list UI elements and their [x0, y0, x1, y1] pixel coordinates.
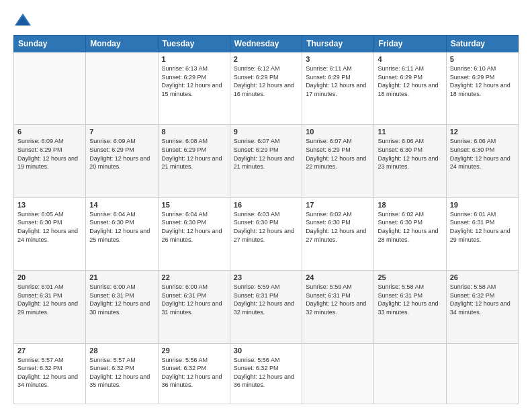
day-number: 10: [306, 128, 370, 136]
week-row-1: 6Sunrise: 6:09 AM Sunset: 6:29 PM Daylig…: [14, 125, 519, 197]
day-number: 24: [306, 273, 370, 281]
day-number: 20: [17, 273, 82, 281]
day-number: 9: [234, 128, 298, 136]
header-day-monday: Monday: [86, 36, 158, 52]
day-number: 13: [17, 201, 82, 209]
day-number: 8: [162, 128, 226, 136]
day-number: 25: [378, 273, 442, 281]
header-row: SundayMondayTuesdayWednesdayThursdayFrid…: [14, 36, 519, 52]
day-cell: 2Sunrise: 6:12 AM Sunset: 6:29 PM Daylig…: [230, 52, 302, 125]
day-cell: 16Sunrise: 6:03 AM Sunset: 6:30 PM Dayli…: [230, 197, 302, 270]
day-number: 16: [234, 201, 298, 209]
calendar-body: 1Sunrise: 6:13 AM Sunset: 6:29 PM Daylig…: [14, 52, 519, 404]
day-info: Sunrise: 6:01 AM Sunset: 6:31 PM Dayligh…: [17, 283, 82, 316]
header-day-saturday: Saturday: [446, 36, 518, 52]
day-info: Sunrise: 6:03 AM Sunset: 6:30 PM Dayligh…: [234, 210, 298, 244]
day-cell: 22Sunrise: 6:00 AM Sunset: 6:31 PM Dayli…: [158, 271, 230, 343]
day-cell: 27Sunrise: 5:57 AM Sunset: 6:32 PM Dayli…: [14, 343, 86, 404]
calendar-table: SundayMondayTuesdayWednesdayThursdayFrid…: [13, 35, 519, 404]
day-cell: 21Sunrise: 6:00 AM Sunset: 6:31 PM Dayli…: [86, 271, 158, 343]
day-info: Sunrise: 6:09 AM Sunset: 6:29 PM Dayligh…: [89, 137, 154, 171]
day-cell: 24Sunrise: 5:59 AM Sunset: 6:31 PM Dayli…: [302, 271, 374, 343]
day-info: Sunrise: 5:59 AM Sunset: 6:31 PM Dayligh…: [306, 283, 370, 316]
header-day-tuesday: Tuesday: [158, 36, 230, 52]
day-number: 18: [378, 201, 442, 209]
day-info: Sunrise: 5:58 AM Sunset: 6:31 PM Dayligh…: [378, 283, 442, 316]
header-day-wednesday: Wednesday: [230, 36, 302, 52]
day-cell: 26Sunrise: 5:58 AM Sunset: 6:32 PM Dayli…: [446, 271, 518, 343]
day-cell: 29Sunrise: 5:56 AM Sunset: 6:32 PM Dayli…: [158, 343, 230, 404]
day-number: 27: [17, 347, 82, 355]
day-info: Sunrise: 5:57 AM Sunset: 6:32 PM Dayligh…: [17, 356, 82, 390]
day-number: 21: [89, 273, 154, 281]
day-info: Sunrise: 6:00 AM Sunset: 6:31 PM Dayligh…: [162, 283, 226, 316]
week-row-0: 1Sunrise: 6:13 AM Sunset: 6:29 PM Daylig…: [14, 52, 519, 125]
day-cell: 19Sunrise: 6:01 AM Sunset: 6:31 PM Dayli…: [446, 197, 518, 270]
day-cell: 11Sunrise: 6:06 AM Sunset: 6:30 PM Dayli…: [374, 125, 446, 197]
day-cell: 18Sunrise: 6:02 AM Sunset: 6:30 PM Dayli…: [374, 197, 446, 270]
day-info: Sunrise: 6:10 AM Sunset: 6:29 PM Dayligh…: [450, 64, 515, 98]
day-cell: 13Sunrise: 6:05 AM Sunset: 6:30 PM Dayli…: [14, 197, 86, 270]
day-cell: [86, 52, 158, 125]
day-cell: [374, 343, 446, 404]
day-number: 1: [162, 55, 226, 63]
week-row-4: 27Sunrise: 5:57 AM Sunset: 6:32 PM Dayli…: [14, 343, 519, 404]
day-cell: [14, 52, 86, 125]
day-info: Sunrise: 5:57 AM Sunset: 6:32 PM Dayligh…: [89, 356, 154, 390]
day-cell: 9Sunrise: 6:07 AM Sunset: 6:29 PM Daylig…: [230, 125, 302, 197]
day-cell: 10Sunrise: 6:07 AM Sunset: 6:29 PM Dayli…: [302, 125, 374, 197]
day-number: 17: [306, 201, 370, 209]
day-cell: 30Sunrise: 5:56 AM Sunset: 6:32 PM Dayli…: [230, 343, 302, 404]
day-info: Sunrise: 5:56 AM Sunset: 6:32 PM Dayligh…: [234, 356, 298, 390]
day-info: Sunrise: 6:00 AM Sunset: 6:31 PM Dayligh…: [89, 283, 154, 316]
day-cell: 25Sunrise: 5:58 AM Sunset: 6:31 PM Dayli…: [374, 271, 446, 343]
page: SundayMondayTuesdayWednesdayThursdayFrid…: [0, 0, 532, 411]
day-number: 5: [450, 55, 515, 63]
day-number: 11: [378, 128, 442, 136]
day-info: Sunrise: 6:05 AM Sunset: 6:30 PM Dayligh…: [17, 210, 82, 244]
day-info: Sunrise: 5:59 AM Sunset: 6:31 PM Dayligh…: [234, 283, 298, 316]
day-number: 14: [89, 201, 154, 209]
day-cell: 8Sunrise: 6:08 AM Sunset: 6:29 PM Daylig…: [158, 125, 230, 197]
day-info: Sunrise: 6:06 AM Sunset: 6:30 PM Dayligh…: [450, 137, 515, 171]
day-info: Sunrise: 5:58 AM Sunset: 6:32 PM Dayligh…: [450, 283, 515, 316]
day-number: 2: [234, 55, 298, 63]
logo: [13, 11, 35, 30]
calendar-header: SundayMondayTuesdayWednesdayThursdayFrid…: [14, 36, 519, 52]
day-cell: 3Sunrise: 6:11 AM Sunset: 6:29 PM Daylig…: [302, 52, 374, 125]
day-number: 22: [162, 273, 226, 281]
header-day-sunday: Sunday: [14, 36, 86, 52]
day-number: 26: [450, 273, 515, 281]
header-day-thursday: Thursday: [302, 36, 374, 52]
day-cell: 17Sunrise: 6:02 AM Sunset: 6:30 PM Dayli…: [302, 197, 374, 270]
day-info: Sunrise: 6:07 AM Sunset: 6:29 PM Dayligh…: [306, 137, 370, 171]
day-info: Sunrise: 6:01 AM Sunset: 6:31 PM Dayligh…: [450, 210, 515, 244]
day-cell: 5Sunrise: 6:10 AM Sunset: 6:29 PM Daylig…: [446, 52, 518, 125]
day-cell: 6Sunrise: 6:09 AM Sunset: 6:29 PM Daylig…: [14, 125, 86, 197]
day-info: Sunrise: 6:02 AM Sunset: 6:30 PM Dayligh…: [306, 210, 370, 244]
day-info: Sunrise: 6:11 AM Sunset: 6:29 PM Dayligh…: [378, 64, 442, 98]
day-number: 23: [234, 273, 298, 281]
day-number: 15: [162, 201, 226, 209]
day-number: 7: [89, 128, 154, 136]
day-number: 29: [162, 347, 226, 355]
day-cell: 14Sunrise: 6:04 AM Sunset: 6:30 PM Dayli…: [86, 197, 158, 270]
day-number: 4: [378, 55, 442, 63]
day-info: Sunrise: 6:07 AM Sunset: 6:29 PM Dayligh…: [234, 137, 298, 171]
week-row-2: 13Sunrise: 6:05 AM Sunset: 6:30 PM Dayli…: [14, 197, 519, 270]
day-cell: 1Sunrise: 6:13 AM Sunset: 6:29 PM Daylig…: [158, 52, 230, 125]
day-info: Sunrise: 6:04 AM Sunset: 6:30 PM Dayligh…: [89, 210, 154, 244]
day-info: Sunrise: 6:08 AM Sunset: 6:29 PM Dayligh…: [162, 137, 226, 171]
day-cell: 23Sunrise: 5:59 AM Sunset: 6:31 PM Dayli…: [230, 271, 302, 343]
day-cell: [446, 343, 518, 404]
day-info: Sunrise: 6:13 AM Sunset: 6:29 PM Dayligh…: [162, 64, 226, 98]
day-number: 3: [306, 55, 370, 63]
header-day-friday: Friday: [374, 36, 446, 52]
day-info: Sunrise: 6:04 AM Sunset: 6:30 PM Dayligh…: [162, 210, 226, 244]
day-cell: 12Sunrise: 6:06 AM Sunset: 6:30 PM Dayli…: [446, 125, 518, 197]
header: [13, 11, 519, 30]
day-number: 19: [450, 201, 515, 209]
day-number: 30: [234, 347, 298, 355]
day-cell: 15Sunrise: 6:04 AM Sunset: 6:30 PM Dayli…: [158, 197, 230, 270]
day-number: 12: [450, 128, 515, 136]
